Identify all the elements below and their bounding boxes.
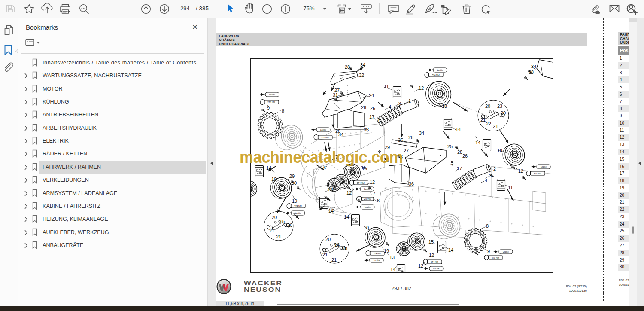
svg-text:30: 30 <box>292 180 297 186</box>
svg-text:21: 21 <box>322 252 328 257</box>
svg-text:Loctite: Loctite <box>320 129 326 131</box>
svg-text:Loctite: Loctite <box>374 259 380 262</box>
svg-text:14: 14 <box>448 247 453 253</box>
svg-text:26: 26 <box>462 153 468 159</box>
svg-text:13: 13 <box>328 187 333 192</box>
svg-text:Loctite: Loctite <box>503 251 509 253</box>
svg-text:12: 12 <box>419 85 424 91</box>
svg-text:35: 35 <box>398 137 403 143</box>
svg-text:12: 12 <box>418 263 423 268</box>
svg-text:36: 36 <box>409 181 414 186</box>
svg-text:574 NM: 574 NM <box>432 74 440 76</box>
svg-text:34: 34 <box>419 131 424 136</box>
svg-text:3: 3 <box>398 101 401 106</box>
svg-text:7: 7 <box>373 191 375 196</box>
svg-text:574 NM: 574 NM <box>373 252 381 255</box>
svg-text:25: 25 <box>447 144 453 149</box>
svg-text:14: 14 <box>456 127 461 132</box>
svg-text:12: 12 <box>370 180 375 185</box>
svg-text:28: 28 <box>361 105 366 110</box>
svg-text:Loctite: Loctite <box>541 166 547 168</box>
svg-text:26: 26 <box>370 106 375 111</box>
svg-text:574 NM: 574 NM <box>431 261 438 263</box>
svg-text:12: 12 <box>429 253 434 258</box>
svg-text:28: 28 <box>408 135 413 140</box>
svg-text:9: 9 <box>487 249 490 254</box>
svg-text:21: 21 <box>276 234 281 239</box>
svg-text:28: 28 <box>529 70 534 75</box>
svg-text:6: 6 <box>377 198 380 203</box>
svg-text:21: 21 <box>269 228 274 233</box>
svg-text:20: 20 <box>325 237 331 242</box>
svg-text:Loctite: Loctite <box>433 268 439 270</box>
svg-text:1: 1 <box>408 98 411 104</box>
svg-text:22: 22 <box>486 121 491 126</box>
svg-text:3: 3 <box>489 173 492 178</box>
svg-text:23: 23 <box>497 104 502 109</box>
svg-text:20: 20 <box>485 104 490 109</box>
svg-text:16: 16 <box>279 219 285 224</box>
svg-text:270 NM: 270 NM <box>321 136 329 139</box>
svg-text:4: 4 <box>389 104 391 110</box>
svg-text:27: 27 <box>404 148 409 153</box>
svg-text:20: 20 <box>342 246 347 251</box>
svg-text:12: 12 <box>346 190 352 195</box>
svg-text:4: 4 <box>485 178 487 183</box>
svg-text:20: 20 <box>272 215 277 220</box>
svg-text:34: 34 <box>338 132 343 137</box>
svg-text:11: 11 <box>508 185 513 190</box>
svg-text:15: 15 <box>428 239 434 244</box>
svg-text:574 NM: 574 NM <box>294 205 302 207</box>
svg-text:270 NM: 270 NM <box>267 101 275 104</box>
svg-text:8: 8 <box>486 223 489 229</box>
svg-text:Loctite: Loctite <box>295 212 301 214</box>
svg-text:20: 20 <box>287 223 292 228</box>
svg-text:Loctite: Loctite <box>365 206 371 208</box>
svg-text:18: 18 <box>497 148 502 153</box>
svg-text:19: 19 <box>384 248 389 253</box>
svg-text:17: 17 <box>457 166 462 171</box>
svg-text:14: 14 <box>390 267 395 272</box>
svg-text:21: 21 <box>493 124 498 129</box>
svg-text:32: 32 <box>359 73 364 78</box>
svg-text:2: 2 <box>493 166 496 171</box>
svg-text:24: 24 <box>369 93 374 98</box>
svg-text:574 NM: 574 NM <box>534 172 541 175</box>
svg-text:10: 10 <box>364 225 369 230</box>
svg-text:14: 14 <box>344 214 349 220</box>
svg-text:29: 29 <box>289 174 295 179</box>
svg-text:21: 21 <box>331 257 337 262</box>
svg-text:270 NM: 270 NM <box>364 198 371 200</box>
svg-text:20: 20 <box>501 110 506 116</box>
svg-text:13: 13 <box>389 255 395 260</box>
svg-text:270 NM: 270 NM <box>492 256 499 259</box>
svg-text:16: 16 <box>334 242 340 247</box>
svg-text:12: 12 <box>518 168 523 174</box>
svg-text:Loctite: Loctite <box>437 69 443 71</box>
svg-text:10: 10 <box>271 177 276 182</box>
svg-text:21: 21 <box>480 117 486 122</box>
svg-text:Loctite: Loctite <box>269 94 275 96</box>
svg-text:28: 28 <box>457 149 462 155</box>
svg-text:17: 17 <box>369 114 374 119</box>
svg-text:18: 18 <box>442 104 447 109</box>
svg-text:31: 31 <box>333 92 338 98</box>
svg-text:574 NM: 574 NM <box>357 182 365 184</box>
svg-text:14: 14 <box>328 208 334 213</box>
svg-text:33: 33 <box>364 127 369 132</box>
svg-text:8: 8 <box>282 108 284 113</box>
